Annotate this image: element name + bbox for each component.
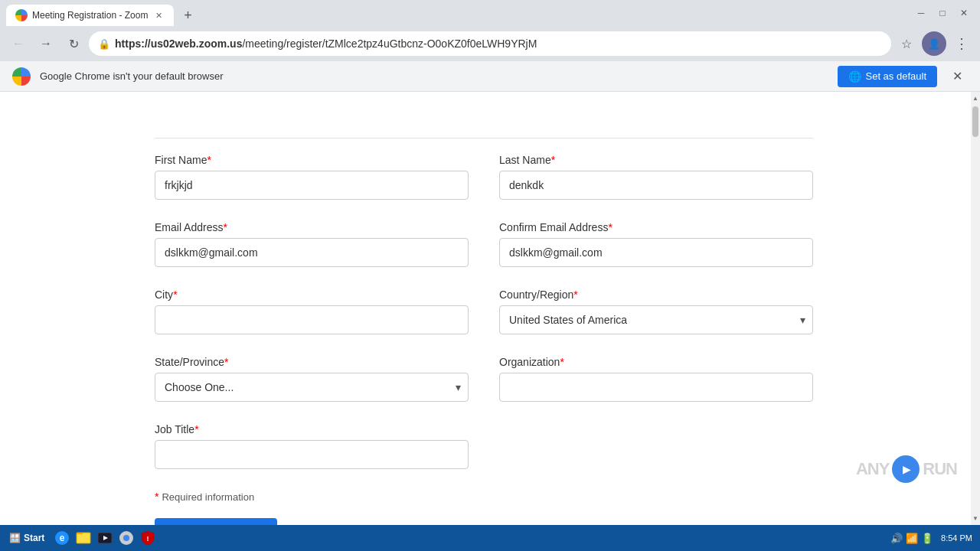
country-label: Country/Region* xyxy=(499,289,813,301)
country-group: Country/Region* United States of America… xyxy=(499,289,813,334)
taskbar-media-icon[interactable] xyxy=(95,528,115,548)
scroll-thumb[interactable] xyxy=(972,106,978,137)
job-title-group: Job Title* xyxy=(155,423,469,469)
first-name-required: * xyxy=(207,154,211,166)
city-input[interactable] xyxy=(155,305,469,334)
job-title-label: Job Title* xyxy=(155,423,469,435)
anyrun-play-icon xyxy=(892,455,920,483)
maximize-button[interactable]: □ xyxy=(933,3,952,23)
organization-required: * xyxy=(560,356,564,368)
state-select[interactable]: Choose One... Alabama Alaska California … xyxy=(155,373,469,402)
start-button[interactable]: 🪟 Start xyxy=(3,531,51,545)
taskbar-explorer-icon[interactable] xyxy=(74,528,93,548)
minimize-button[interactable]: ─ xyxy=(911,3,931,23)
anyrun-logo: ANY RUN xyxy=(856,455,957,483)
email-group: Email Address* xyxy=(155,221,469,267)
confirm-email-required: * xyxy=(608,221,612,233)
email-label: Email Address* xyxy=(155,221,469,233)
country-required: * xyxy=(573,289,577,301)
confirm-email-label: Confirm Email Address* xyxy=(499,221,813,233)
state-required: * xyxy=(224,356,228,368)
window-controls: ─ □ ✕ xyxy=(911,3,974,23)
form-inner: First Name* Last Name* xyxy=(139,138,828,525)
organization-label: Organization* xyxy=(499,356,813,368)
anyrun-run-text: RUN xyxy=(923,459,957,479)
last-name-input[interactable] xyxy=(499,171,813,200)
svg-text:!: ! xyxy=(147,535,149,543)
taskbar-security-icon[interactable]: ! xyxy=(138,528,158,548)
state-group: State/Province* Choose One... Alabama Al… xyxy=(155,356,469,402)
register-button-container: Register xyxy=(155,518,813,525)
svg-rect-3 xyxy=(77,533,83,534)
scroll-up-button[interactable]: ▲ xyxy=(971,92,980,105)
first-name-group: First Name* xyxy=(155,154,469,200)
reload-button[interactable]: ↻ xyxy=(61,31,86,56)
svg-rect-2 xyxy=(77,533,90,543)
taskbar-ie-icon[interactable]: e xyxy=(52,528,72,548)
new-tab-button[interactable]: + xyxy=(177,5,198,26)
system-tray-icons: 🔊 📶 🔋 xyxy=(890,533,933,544)
divider xyxy=(155,138,813,139)
browser-tab[interactable]: Meeting Registration - Zoom ✕ xyxy=(6,5,174,26)
taskbar: 🪟 Start e ! 🔊 📶 🔋 8:54 PM xyxy=(0,525,980,551)
first-name-input[interactable] xyxy=(155,171,469,200)
chrome-logo xyxy=(12,67,31,86)
city-label: City* xyxy=(155,289,469,301)
notification-text: Google Chrome isn't your default browser xyxy=(40,70,828,82)
organization-input[interactable] xyxy=(499,373,813,402)
forward-button[interactable]: → xyxy=(34,31,58,56)
svg-text:e: e xyxy=(60,533,65,543)
required-note: * Required information xyxy=(155,491,813,503)
city-group: City* xyxy=(155,289,469,334)
job-title-row: Job Title* xyxy=(155,423,813,469)
volume-icon[interactable]: 🔊 xyxy=(890,533,903,544)
organization-group: Organization* xyxy=(499,356,813,402)
address-bar[interactable]: 🔒 https://us02web.zoom.us/meeting/regist… xyxy=(89,31,891,56)
job-title-required: * xyxy=(194,423,198,435)
job-title-input[interactable] xyxy=(155,440,469,469)
windows-icon: 🪟 xyxy=(9,533,21,543)
back-button[interactable]: ← xyxy=(6,31,31,56)
navigation-bar: ← → ↻ 🔒 https://us02web.zoom.us/meeting/… xyxy=(0,26,980,61)
empty-group xyxy=(499,423,813,469)
city-required: * xyxy=(173,289,177,301)
notification-bar: Google Chrome isn't your default browser… xyxy=(0,61,980,92)
confirm-email-input[interactable] xyxy=(499,238,813,267)
email-required: * xyxy=(223,221,227,233)
anyrun-text: ANY xyxy=(856,459,889,479)
menu-button[interactable]: ⋮ xyxy=(949,31,974,56)
tab-favicon xyxy=(15,9,28,21)
email-row: Email Address* Confirm Email Address* xyxy=(155,221,813,267)
taskbar-clock: 8:54 PM xyxy=(936,532,977,544)
form-container: First Name* Last Name* xyxy=(0,92,980,525)
name-row: First Name* Last Name* xyxy=(155,154,813,200)
battery-icon: 🔋 xyxy=(921,533,933,544)
scrollbar[interactable]: ▲ ▼ xyxy=(971,92,980,525)
lock-icon: 🔒 xyxy=(98,38,110,50)
taskbar-right: 🔊 📶 🔋 8:54 PM xyxy=(890,532,977,544)
state-select-wrapper: Choose One... Alabama Alaska California … xyxy=(155,373,469,402)
state-org-row: State/Province* Choose One... Alabama Al… xyxy=(155,356,813,402)
country-select[interactable]: United States of America Canada United K… xyxy=(499,305,813,334)
scroll-down-button[interactable]: ▼ xyxy=(971,512,980,525)
page-content: First Name* Last Name* xyxy=(0,92,980,525)
last-name-label: Last Name* xyxy=(499,154,813,166)
globe-icon: 🌐 xyxy=(848,70,861,83)
last-name-required: * xyxy=(551,154,555,166)
set-default-button[interactable]: 🌐 Set as default xyxy=(838,66,938,87)
network-icon[interactable]: 📶 xyxy=(906,533,918,544)
register-button[interactable]: Register xyxy=(155,518,277,525)
first-name-label: First Name* xyxy=(155,154,469,166)
bookmark-button[interactable]: ☆ xyxy=(894,31,919,56)
profile-button[interactable]: 👤 xyxy=(922,31,946,56)
tab-bar: Meeting Registration - Zoom ✕ + xyxy=(6,0,911,26)
email-input[interactable] xyxy=(155,238,469,267)
city-country-row: City* Country/Region* United States of A… xyxy=(155,289,813,334)
notification-close-button[interactable]: ✕ xyxy=(946,66,968,87)
confirm-email-group: Confirm Email Address* xyxy=(499,221,813,267)
close-button[interactable]: ✕ xyxy=(954,3,974,23)
taskbar-chrome-icon[interactable] xyxy=(116,528,136,548)
tab-close-button[interactable]: ✕ xyxy=(152,9,165,21)
title-bar: Meeting Registration - Zoom ✕ + ─ □ ✕ xyxy=(0,0,980,26)
country-select-wrapper: United States of America Canada United K… xyxy=(499,305,813,334)
